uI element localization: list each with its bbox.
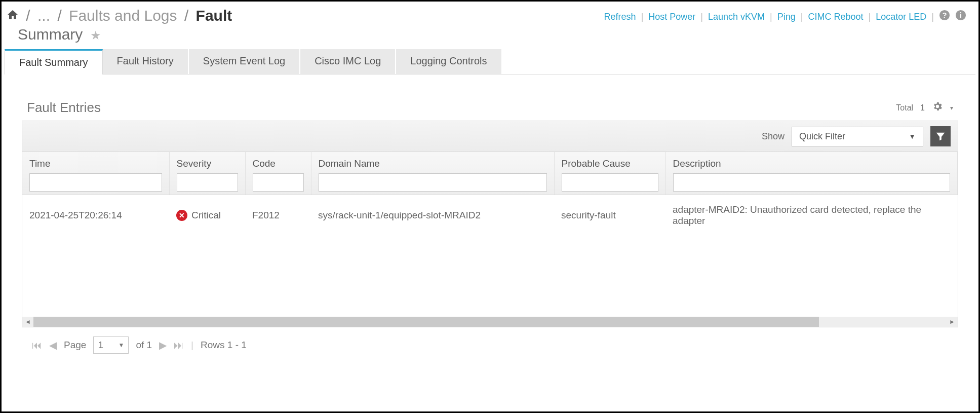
col-header-code-label: Code [253,158,304,169]
filter-input-description[interactable] [673,173,951,192]
cell-description: adapter-MRAID2: Unauthorized card detect… [665,195,958,236]
pagination: ⏮ ◀ Page 1 ▼ of 1 ▶ ⏭ | Rows 1 - 1 [22,327,958,363]
critical-icon: ✕ [176,210,187,221]
breadcrumb-parent[interactable]: Faults and Logs [69,7,177,24]
tab-cisco-imc-log[interactable]: Cisco IMC Log [300,49,396,74]
scroll-right-icon[interactable]: ► [947,317,958,327]
pager-prev-icon[interactable]: ◀ [49,339,57,351]
cell-severity-text: Critical [191,210,221,221]
favorite-star-icon[interactable]: ★ [87,28,101,42]
horizontal-scrollbar[interactable]: ◄ ► [22,317,958,327]
svg-text:?: ? [943,11,947,19]
ping-link[interactable]: Ping [777,12,796,22]
col-header-time[interactable]: Time [22,152,169,195]
scroll-track[interactable] [33,317,947,327]
scroll-left-icon[interactable]: ◄ [22,317,33,327]
tabs: Fault Summary Fault History System Event… [5,49,975,74]
pager-next-icon[interactable]: ▶ [159,339,167,351]
show-label: Show [762,131,785,142]
cell-severity: ✕ Critical [169,195,245,236]
chevron-down-icon: ▼ [909,132,916,140]
cell-time: 2021-04-25T20:26:14 [22,195,169,236]
tab-fault-summary[interactable]: Fault Summary [5,49,103,74]
total-count: 1 [920,103,925,112]
chevron-down-icon: ▼ [118,342,124,349]
pager-rows-label: Rows 1 - 1 [201,340,247,351]
help-icon[interactable]: ? [939,10,950,24]
pager-page-input[interactable]: 1 ▼ [93,336,129,354]
gear-icon[interactable] [932,101,943,115]
col-header-code[interactable]: Code [245,152,311,195]
pager-first-icon[interactable]: ⏮ [32,340,42,351]
filter-bar: Show Quick Filter ▼ [22,121,958,152]
pager-page-value: 1 [98,340,103,351]
tab-logging-controls[interactable]: Logging Controls [396,49,502,74]
filter-input-probable-cause[interactable] [562,173,658,192]
cell-domain-name: sys/rack-unit-1/equipped-slot-MRAID2 [311,195,554,236]
section-title: Fault Entries [27,100,101,116]
gear-caret-icon[interactable]: ▾ [950,104,953,111]
cimc-reboot-link[interactable]: CIMC Reboot [808,12,864,22]
pager-page-label: Page [64,340,86,351]
svg-text:i: i [960,11,962,19]
breadcrumb-ellipsis[interactable]: ... [37,7,50,24]
total-label: Total [896,103,913,112]
cell-code: F2012 [245,195,311,236]
cell-probable-cause: security-fault [554,195,665,236]
col-header-time-label: Time [29,158,162,169]
locator-led-link[interactable]: Locator LED [876,12,926,22]
filter-input-code[interactable] [253,173,304,192]
col-header-severity[interactable]: Severity [169,152,245,195]
col-header-domain-name-label: Domain Name [319,158,547,169]
col-header-probable-cause[interactable]: Probable Cause [554,152,665,195]
filter-select[interactable]: Quick Filter ▼ [792,127,923,146]
fault-table: Time Severity Code Domain Name [22,152,958,327]
col-header-severity-label: Severity [177,158,238,169]
col-header-description[interactable]: Description [665,152,958,195]
col-header-domain-name[interactable]: Domain Name [311,152,554,195]
col-header-probable-cause-label: Probable Cause [562,158,658,169]
page-title: Summary ★ [7,25,232,46]
refresh-link[interactable]: Refresh [604,12,636,22]
launch-vkvm-link[interactable]: Launch vKVM [708,12,765,22]
filter-select-value: Quick Filter [799,131,845,142]
tab-system-event-log[interactable]: System Event Log [189,49,300,74]
pager-of-label: of 1 [136,340,152,351]
filter-button[interactable] [930,126,951,146]
filter-input-domain-name[interactable] [319,173,547,192]
tab-fault-history[interactable]: Fault History [103,49,189,74]
breadcrumb: / ... / Faults and Logs / Fault [7,7,232,25]
table-row[interactable]: 2021-04-25T20:26:14 ✕ Critical F2012 sys… [22,195,958,236]
top-action-links: Refresh| Host Power| Launch vKVM| Ping| … [604,7,966,24]
breadcrumb-current-prefix: Fault [196,7,232,24]
host-power-link[interactable]: Host Power [648,12,695,22]
col-header-description-label: Description [673,158,951,169]
home-icon[interactable] [7,7,19,25]
filter-input-severity[interactable] [177,173,238,192]
info-icon[interactable]: i [955,10,966,24]
filter-input-time[interactable] [29,173,162,192]
pager-last-icon[interactable]: ⏭ [174,340,184,351]
page-title-text: Summary [18,26,83,43]
